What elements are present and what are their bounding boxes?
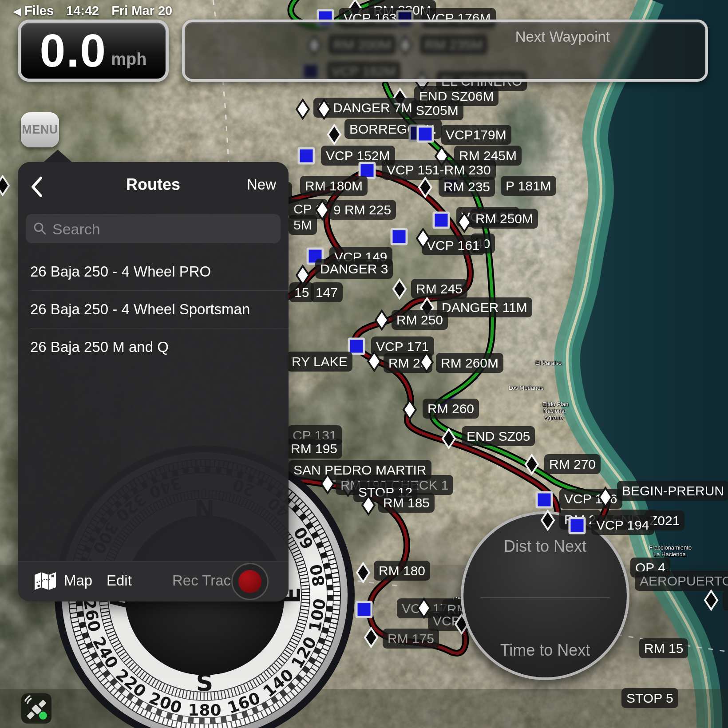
popover-arrow xyxy=(43,150,73,163)
time-to-next-label: Time to Next xyxy=(463,641,627,660)
waypoint-square-blue[interactable] xyxy=(297,147,315,166)
waypoint-label[interactable]: AEROPUERTO xyxy=(635,571,728,591)
waypoint-label[interactable]: RM 250 xyxy=(392,310,448,330)
gps-fix-indicator xyxy=(39,712,47,720)
route-list-item[interactable]: 26 Baja 250 M and Q xyxy=(30,328,289,366)
route-list-item[interactable]: 26 Baja 250 - 4 Wheel PRO xyxy=(30,253,289,291)
map-place-name: Nacional xyxy=(543,408,566,414)
waypoint-label[interactable]: RY LAKE xyxy=(287,352,352,372)
next-waypoint-title: Next Waypoint xyxy=(515,28,610,45)
dist-to-next-label: Dist to Next xyxy=(463,537,627,556)
back-to-files-link[interactable]: ◀ Files xyxy=(13,4,54,18)
waypoint-square-blue[interactable] xyxy=(432,211,450,231)
waypoint-diamond-black[interactable] xyxy=(418,177,433,200)
waypoint-label[interactable]: VCP179M xyxy=(441,125,511,145)
routes-panel: Routes New 26 Baja 250 - 4 Wheel PRO26 B… xyxy=(18,162,289,601)
waypoint-label[interactable]: RM 185 xyxy=(378,493,435,513)
waypoint-diamond-black[interactable] xyxy=(540,510,555,533)
routes-bottom-bar: Map Edit Rec Track xyxy=(18,561,289,601)
rec-track-label: Rec Track xyxy=(172,572,238,589)
waypoint-diamond-white[interactable] xyxy=(295,99,310,122)
waypoint-label[interactable]: RM 270 xyxy=(544,454,601,474)
search-field xyxy=(26,214,281,243)
waypoint-label[interactable]: RM 235 xyxy=(439,177,495,197)
waypoint-label[interactable]: DANGER 3 xyxy=(315,259,393,279)
menu-button[interactable]: MENU xyxy=(21,112,59,147)
map-place-name: Fraccionamiento xyxy=(649,544,692,551)
waypoint-diamond-black[interactable] xyxy=(441,428,456,451)
map-place-name: Los Medanos xyxy=(509,384,543,391)
search-input[interactable] xyxy=(51,214,275,244)
record-icon xyxy=(238,570,261,593)
map-place-name: Agrario xyxy=(544,414,563,421)
waypoint-label[interactable]: RM 195 xyxy=(286,439,342,459)
waypoint-square-blue[interactable] xyxy=(568,517,586,536)
back-icon: ◀ xyxy=(13,6,21,17)
edit-button[interactable]: Edit xyxy=(107,572,132,589)
waypoint-label[interactable]: RM 180 xyxy=(374,561,430,581)
routes-nav-bar: Routes New xyxy=(18,162,289,212)
map-tab-button[interactable]: Map xyxy=(64,572,92,589)
waypoint-diamond-black[interactable] xyxy=(704,590,719,613)
waypoint-diamond-white[interactable] xyxy=(317,99,332,122)
record-track-button[interactable] xyxy=(231,563,269,600)
satellite-icon xyxy=(21,693,51,724)
route-list-item[interactable]: 26 Baja 250 - 4 Wheel Sportsman xyxy=(30,291,289,328)
waypoint-diamond-black[interactable] xyxy=(327,124,342,147)
status-bar: ◀ Files 14:42 Fri Mar 20 xyxy=(13,4,172,18)
waypoint-label[interactable]: RM 175 xyxy=(383,629,439,649)
gps-status-button[interactable] xyxy=(21,693,51,724)
waypoint-label[interactable]: STOP 5 xyxy=(621,688,678,708)
waypoint-square-blue[interactable] xyxy=(355,601,373,620)
map-place-name: El Paraiso xyxy=(535,360,562,366)
waypoint-label[interactable]: END SZ05 xyxy=(462,426,535,446)
waypoint-label[interactable]: 5M xyxy=(289,215,317,235)
speed-readout: 0.0 mph xyxy=(18,20,169,82)
waypoint-label[interactable]: 147 xyxy=(311,282,343,302)
waypoint-label[interactable]: BEGIN-PRERUN xyxy=(617,481,728,501)
dist-time-gauge[interactable]: Dist to Next Time to Next xyxy=(461,511,629,680)
speed-value: 0.0 xyxy=(40,28,107,74)
waypoint-square-blue[interactable] xyxy=(535,491,553,510)
app-screen: { "status_bar": {"back_icon":"◀","back_t… xyxy=(0,0,728,728)
waypoint-label[interactable]: DANGER 11M xyxy=(437,297,532,317)
waypoint-diamond-white[interactable] xyxy=(598,487,613,510)
waypoint-square-blue[interactable] xyxy=(390,228,408,247)
waypoint-label[interactable]: SZ05M xyxy=(411,100,463,120)
waypoint-diamond-black[interactable] xyxy=(364,627,379,650)
waypoint-label[interactable]: VCP 161 xyxy=(422,235,485,255)
waypoint-diamond-white[interactable] xyxy=(320,473,335,496)
waypoint-diamond-black[interactable] xyxy=(392,278,407,301)
waypoint-diamond-white[interactable] xyxy=(419,352,434,375)
waypoint-diamond-white[interactable] xyxy=(367,351,382,374)
waypoint-square-blue[interactable] xyxy=(416,125,434,145)
waypoint-label[interactable]: P 181M xyxy=(501,176,556,196)
waypoint-diamond-white[interactable] xyxy=(361,495,376,518)
waypoint-diamond-black[interactable] xyxy=(0,175,10,198)
map-icon xyxy=(34,571,57,591)
search-icon xyxy=(33,222,47,236)
speed-unit: mph xyxy=(111,50,146,69)
bottom-shade-strip xyxy=(0,689,728,728)
waypoint-diamond-white[interactable] xyxy=(315,199,330,222)
waypoint-label[interactable]: RM 245 xyxy=(411,279,467,299)
waypoint-label[interactable]: 9 RM 225 xyxy=(328,200,396,220)
waypoint-label[interactable]: RM 260M xyxy=(436,353,503,373)
waypoint-diamond-black[interactable] xyxy=(524,454,539,477)
waypoint-label[interactable]: RM 250M xyxy=(471,209,538,229)
gauge-divider xyxy=(480,597,610,598)
waypoint-diamond-white[interactable] xyxy=(457,212,472,235)
waypoint-diamond-white[interactable] xyxy=(374,309,389,332)
waypoint-label[interactable]: RM 180M xyxy=(300,176,368,196)
waypoint-label[interactable]: R xyxy=(723,590,728,610)
waypoint-label[interactable]: VCP 194 xyxy=(591,515,654,535)
waypoint-label[interactable]: RM 15 xyxy=(639,638,688,658)
map-place-name: La Hacienda xyxy=(653,551,686,558)
waypoint-diamond-white[interactable] xyxy=(402,399,417,422)
new-route-button[interactable]: New xyxy=(247,176,276,193)
routes-list: 26 Baja 250 - 4 Wheel PRO26 Baja 250 - 4… xyxy=(18,253,289,366)
waypoint-diamond-black[interactable] xyxy=(356,562,371,585)
date: Fri Mar 20 xyxy=(111,4,172,18)
waypoint-label[interactable]: RM 260 xyxy=(423,399,479,419)
waypoint-diamond-white[interactable] xyxy=(415,228,431,251)
